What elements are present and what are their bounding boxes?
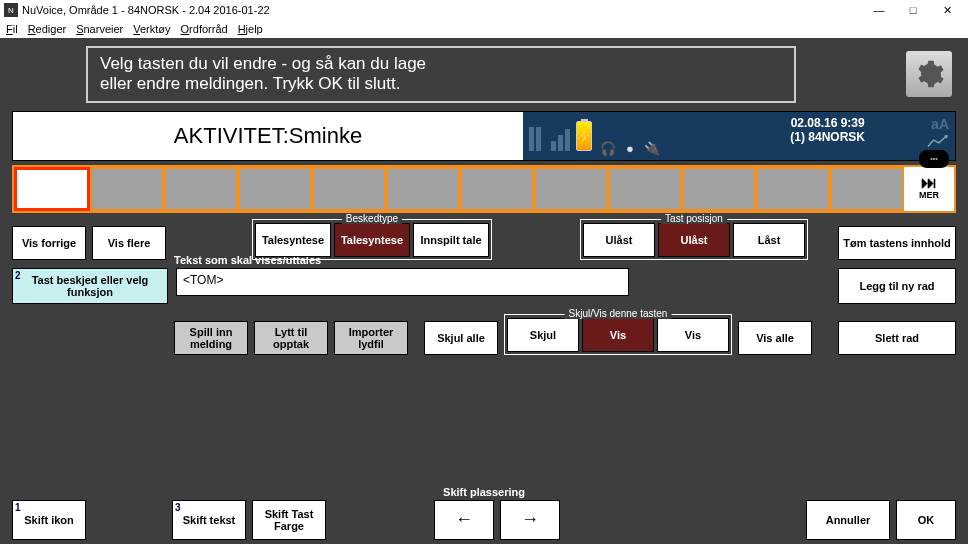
step1-number: 1 bbox=[15, 502, 21, 513]
instruction-line1: Velg tasten du vil endre - og så kan du … bbox=[100, 54, 782, 74]
key-cell-3[interactable] bbox=[164, 167, 238, 211]
maximize-button[interactable]: □ bbox=[896, 0, 930, 20]
gear-icon bbox=[913, 58, 945, 90]
skjul-vis-label: Skjul/Vis denne tasten bbox=[565, 308, 672, 319]
spill-inn-button[interactable]: Spill inn melding bbox=[174, 321, 248, 355]
instruction-line2: eller endre meldingen. Trykk OK til slut… bbox=[100, 74, 782, 94]
settings-button[interactable] bbox=[906, 51, 952, 97]
vis-button[interactable]: Vis bbox=[657, 318, 729, 352]
status-profile: (1) 84NORSK bbox=[790, 130, 865, 144]
menu-ordforrad[interactable]: Ordforråd bbox=[181, 23, 228, 35]
key-cell-7[interactable] bbox=[460, 167, 534, 211]
lytt-til-button[interactable]: Lytt til opptak bbox=[254, 321, 328, 355]
more-button[interactable]: ⏭ MER bbox=[904, 167, 954, 211]
battery-icon: ⚡ bbox=[576, 121, 592, 151]
key-cell-8[interactable] bbox=[534, 167, 608, 211]
slett-rad-button[interactable]: Slett rad bbox=[838, 321, 956, 355]
status-datetime: 02.08.16 9:39 bbox=[790, 116, 865, 130]
skift-tekst-label: Skift tekst bbox=[183, 514, 236, 526]
close-button[interactable]: ✕ bbox=[930, 0, 964, 20]
vis-flere-button[interactable]: Vis flere bbox=[92, 226, 166, 260]
menu-fil[interactable]: Fil bbox=[6, 23, 18, 35]
key-cell-4[interactable] bbox=[238, 167, 312, 211]
arrow-left-icon: ← bbox=[455, 510, 473, 530]
instruction-message: Velg tasten du vil endre - og så kan du … bbox=[86, 46, 796, 103]
vis-alle-button[interactable]: Vis alle bbox=[738, 321, 812, 355]
key-cell-2[interactable] bbox=[90, 167, 164, 211]
skjul-alle-button[interactable]: Skjul alle bbox=[424, 321, 498, 355]
skift-plassering-label: Skift plassering bbox=[443, 486, 525, 498]
step2-number: 2 bbox=[15, 270, 21, 281]
move-right-button[interactable]: → bbox=[500, 500, 560, 540]
key-cell-10[interactable] bbox=[682, 167, 756, 211]
key-grid: ⏭ MER bbox=[12, 165, 956, 213]
step2-label: Tast beskjed eller velg funksjon bbox=[17, 274, 163, 298]
key-cell-5[interactable] bbox=[312, 167, 386, 211]
innspilt-tale-button[interactable]: Innspilt tale bbox=[413, 223, 489, 257]
skift-ikon-button[interactable]: 1 Skift ikon bbox=[12, 500, 86, 540]
menu-verktoy[interactable]: Verktøy bbox=[133, 23, 170, 35]
display-row: AKTIVITET:Sminke ⚡ 🎧 ● 🔌 02.08.16 9:39 (… bbox=[12, 111, 956, 161]
key-cell-11[interactable] bbox=[756, 167, 830, 211]
ok-button[interactable]: OK bbox=[896, 500, 956, 540]
status-panel: ⚡ 🎧 ● 🔌 02.08.16 9:39 (1) 84NORSK aA ••• bbox=[523, 112, 955, 160]
window-titlebar: N NuVoice, Område 1 - 84NORSK - 2.04 201… bbox=[0, 0, 968, 20]
legg-til-ny-rad-button[interactable]: Legg til ny rad bbox=[838, 268, 956, 304]
key-cell-9[interactable] bbox=[608, 167, 682, 211]
message-text-input[interactable]: <TOM> bbox=[176, 268, 629, 296]
tast-posisjon-group: Tast posisjon Ulåst Ulåst Låst bbox=[580, 219, 808, 260]
skjul-button[interactable]: Skjul bbox=[507, 318, 579, 352]
menu-hjelp[interactable]: Hjelp bbox=[238, 23, 263, 35]
arrow-right-icon: → bbox=[521, 510, 539, 530]
more-label: MER bbox=[919, 190, 939, 200]
step2-button[interactable]: 2 Tast beskjed eller velg funksjon bbox=[12, 268, 168, 304]
window-title: NuVoice, Område 1 - 84NORSK - 2.04 2016-… bbox=[22, 4, 862, 16]
beskedtype-label: Beskedtype bbox=[342, 213, 402, 224]
importer-lydfil-button[interactable]: Importer lydfil bbox=[334, 321, 408, 355]
menu-rediger[interactable]: Rediger bbox=[28, 23, 67, 35]
app-icon: N bbox=[4, 3, 18, 17]
key-cell-1[interactable] bbox=[14, 167, 90, 211]
key-cell-12[interactable] bbox=[830, 167, 904, 211]
annuller-button[interactable]: Annuller bbox=[806, 500, 890, 540]
skjul-vis-group: Skjul/Vis denne tasten Skjul Vis Vis bbox=[504, 314, 732, 355]
display-text: AKTIVITET:Sminke bbox=[13, 112, 523, 160]
menu-snarveier[interactable]: Snarveier bbox=[76, 23, 123, 35]
talesyntese-2-button[interactable]: Talesyntese bbox=[334, 223, 410, 257]
volume-bars-icon bbox=[529, 127, 541, 151]
talesyntese-1-button[interactable]: Talesyntese bbox=[255, 223, 331, 257]
speech-bubble-icon[interactable]: ••• bbox=[919, 150, 949, 168]
vis-forrige-button[interactable]: Vis forrige bbox=[12, 226, 86, 260]
skift-ikon-label: Skift ikon bbox=[24, 514, 74, 526]
signal-bars-icon bbox=[551, 129, 570, 151]
skift-tekst-button[interactable]: 3 Skift tekst bbox=[172, 500, 246, 540]
menubar: Fil Rediger Snarveier Verktøy Ordforråd … bbox=[0, 20, 968, 38]
beskedtype-group: Beskedtype Talesyntese Talesyntese Innsp… bbox=[252, 219, 492, 260]
tom-tastens-button[interactable]: Tøm tastens innhold bbox=[838, 226, 956, 260]
move-left-button[interactable]: ← bbox=[434, 500, 494, 540]
ulast-1-button[interactable]: Ulåst bbox=[583, 223, 655, 257]
step3-number: 3 bbox=[175, 502, 181, 513]
ulast-2-button[interactable]: Ulåst bbox=[658, 223, 730, 257]
headphone-icon: 🎧 bbox=[600, 141, 616, 156]
vis-selected-button[interactable]: Vis bbox=[582, 318, 654, 352]
chart-icon[interactable] bbox=[927, 134, 949, 148]
tast-posisjon-label: Tast posisjon bbox=[661, 213, 727, 224]
fast-forward-icon: ⏭ bbox=[921, 177, 937, 190]
font-size-indicator[interactable]: aA bbox=[931, 116, 949, 132]
last-button[interactable]: Låst bbox=[733, 223, 805, 257]
minimize-button[interactable]: — bbox=[862, 0, 896, 20]
microphone-icon: ● bbox=[626, 141, 634, 156]
skift-tast-farge-button[interactable]: Skift Tast Farge bbox=[252, 500, 326, 540]
plug-icon: 🔌 bbox=[644, 141, 660, 156]
key-cell-6[interactable] bbox=[386, 167, 460, 211]
